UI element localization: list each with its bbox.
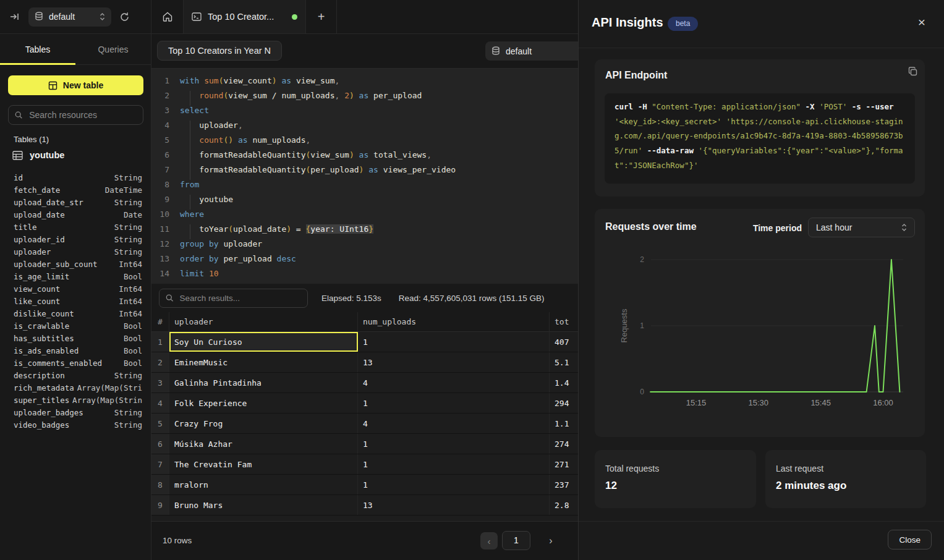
- sidebar-collapse-icon[interactable]: [9, 12, 20, 22]
- cell-uploader[interactable]: Folk Experience: [169, 393, 358, 413]
- search-icon: [15, 111, 22, 119]
- svg-text:Requests: Requests: [619, 308, 629, 342]
- column-name: id: [14, 172, 23, 184]
- cell-uploader[interactable]: The Crevatin Fam: [169, 454, 358, 474]
- column-header: tot: [550, 312, 578, 331]
- cell-uploader[interactable]: Bruno Mars: [169, 495, 358, 515]
- cell-total-views[interactable]: 271: [550, 454, 578, 474]
- cell-uploader[interactable]: Crazy Frog: [169, 414, 358, 433]
- cell-uploader[interactable]: mralorn: [169, 475, 358, 494]
- column-type: String: [114, 407, 142, 419]
- code-line: 14limit 10: [151, 266, 578, 281]
- query-title[interactable]: Top 10 Creators in Year N: [157, 41, 282, 61]
- query-tab[interactable]: Top 10 Creator...: [183, 0, 306, 33]
- column-name: super_titles: [14, 394, 69, 407]
- copy-icon[interactable]: [908, 66, 918, 77]
- line-number: 4: [151, 118, 169, 133]
- column-name: uploader_badges: [14, 407, 83, 419]
- code-text: limit 10: [180, 266, 219, 281]
- line-number: 3: [151, 103, 169, 118]
- column-type: Array(Map(Strin: [72, 394, 142, 407]
- cell-num-uploads[interactable]: 1: [358, 454, 550, 474]
- close-button[interactable]: Close: [888, 530, 932, 549]
- read-stats: Read: 4,557,605,031 rows (151.15 GB): [399, 294, 545, 303]
- next-page-button[interactable]: ›: [543, 532, 558, 549]
- line-number: 13: [151, 252, 169, 266]
- page-number[interactable]: 1: [502, 531, 530, 550]
- cell-num-uploads[interactable]: 1: [358, 393, 550, 413]
- tab-queries[interactable]: Queries: [75, 34, 151, 64]
- row-number: 3: [151, 373, 169, 392]
- row-count: 10 rows: [163, 522, 192, 560]
- svg-text:2: 2: [640, 255, 644, 264]
- query-database-selector[interactable]: default: [485, 41, 578, 61]
- row-number: 4: [151, 393, 169, 413]
- query-header: Top 10 Creators in Year N default: [151, 34, 578, 69]
- time-period-value: Last hour: [816, 223, 852, 232]
- column-name: dislike_count: [14, 308, 74, 320]
- cell-total-views[interactable]: 5.1: [550, 352, 578, 372]
- cell-total-views[interactable]: 237: [550, 475, 578, 494]
- api-insights-panel: API Insights beta × API Endpoint curl -H…: [578, 0, 944, 560]
- last-request-card: Last request 2 minutes ago: [765, 450, 926, 508]
- time-period-select[interactable]: Last hour: [808, 218, 915, 237]
- cell-total-views[interactable]: 1.1: [550, 414, 578, 433]
- column-name: is_age_limit: [14, 271, 69, 283]
- cell-uploader[interactable]: Músika Azhar: [169, 434, 358, 454]
- query-tab-title: Top 10 Creator...: [208, 12, 286, 22]
- column-type: String: [114, 370, 142, 382]
- table-icon: [12, 151, 23, 160]
- chevron-updown-icon: [901, 223, 907, 232]
- column-row: uploader_sub_countInt64: [14, 258, 142, 271]
- new-table-button[interactable]: New table: [8, 75, 143, 95]
- columns-list: idStringfetch_dateDateTimeupload_date_st…: [14, 172, 142, 431]
- sidebar-item-youtube[interactable]: youtube: [12, 150, 64, 160]
- refresh-icon[interactable]: [119, 12, 130, 22]
- column-type: Date: [124, 209, 142, 221]
- column-row: video_badgesString: [14, 419, 142, 431]
- cell-uploader[interactable]: Galinha Pintadinha: [169, 373, 358, 392]
- column-row: uploader_badgesString: [14, 407, 142, 419]
- row-number: 1: [151, 332, 169, 352]
- column-name: title: [14, 221, 37, 234]
- svg-text:15:30: 15:30: [749, 398, 769, 407]
- cell-num-uploads[interactable]: 13: [358, 495, 550, 515]
- column-row: descriptionString: [14, 370, 142, 382]
- column-type: Bool: [124, 357, 142, 370]
- cell-num-uploads[interactable]: 13: [358, 352, 550, 372]
- close-icon[interactable]: ×: [914, 15, 929, 29]
- api-endpoint-card: API Endpoint curl -H "Content-Type: appl…: [595, 59, 925, 197]
- cell-num-uploads[interactable]: 1: [358, 332, 550, 352]
- query-workspace: Top 10 Creator... + Top 10 Creators in Y…: [151, 0, 578, 560]
- cell-total-views[interactable]: 407: [550, 332, 578, 352]
- database-selector[interactable]: default: [28, 7, 111, 27]
- sql-editor[interactable]: 1with sum(view_count) as view_sum,2 roun…: [151, 69, 578, 284]
- code-text: formatReadableQuantity(view_sum) as tota…: [180, 148, 432, 163]
- resource-search-input[interactable]: [28, 109, 137, 121]
- cell-num-uploads[interactable]: 4: [358, 373, 550, 392]
- results-search-input[interactable]: [178, 293, 301, 303]
- code-line: 9 youtube: [151, 192, 578, 207]
- column-row: is_age_limitBool: [14, 271, 142, 283]
- home-icon[interactable]: [151, 0, 183, 33]
- terminal-icon: [192, 12, 202, 21]
- cell-num-uploads[interactable]: 1: [358, 434, 550, 454]
- cell-total-views[interactable]: 2.8: [550, 495, 578, 515]
- tab-tables[interactable]: Tables: [0, 34, 75, 64]
- table-row: 7The Crevatin Fam1271: [151, 454, 578, 475]
- column-row: idString: [14, 172, 142, 184]
- prev-page-button[interactable]: ‹: [480, 532, 498, 549]
- cell-total-views[interactable]: 1.4: [550, 373, 578, 392]
- column-type: Bool: [124, 320, 142, 333]
- cell-total-views[interactable]: 274: [550, 434, 578, 454]
- row-number: 9: [151, 495, 169, 515]
- cell-num-uploads[interactable]: 4: [358, 414, 550, 433]
- cell-total-views[interactable]: 294: [550, 393, 578, 413]
- cell-uploader[interactable]: EminemMusic: [169, 352, 358, 372]
- new-tab-button[interactable]: +: [306, 0, 337, 33]
- last-request-label: Last request: [776, 464, 823, 473]
- cell-uploader[interactable]: Soy Un Curioso: [169, 332, 358, 352]
- code-line: 2 round(view_sum / num_uploads, 2) as pe…: [151, 88, 578, 103]
- cell-num-uploads[interactable]: 1: [358, 475, 550, 494]
- column-header: #: [151, 312, 169, 331]
